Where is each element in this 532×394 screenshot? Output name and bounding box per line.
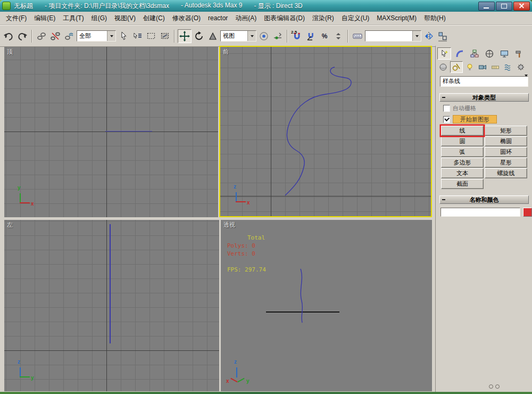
rollout-object-type[interactable]: 对象类型 (439, 93, 529, 102)
viewport-top[interactable]: 顶 y x (4, 47, 218, 217)
menu-group[interactable]: 组(G) (88, 12, 111, 24)
button-helix[interactable]: 螺旋线 (485, 168, 527, 178)
select-by-name-icon[interactable] (131, 30, 144, 43)
button-arc[interactable]: 弧 (441, 147, 484, 157)
button-rectangle[interactable]: 矩形 (485, 126, 527, 136)
select-link-icon[interactable] (35, 30, 48, 43)
menu-create[interactable]: 创建(C) (139, 12, 169, 24)
object-color-swatch[interactable] (523, 208, 532, 217)
button-circle[interactable]: 圆 (441, 136, 484, 146)
menu-animation[interactable]: 动画(A) (231, 12, 260, 24)
title-bar[interactable]: 无标题 - 项目文件夹: D:\用户目录\我的文档\3dsmax - Autod… (0, 0, 532, 12)
angle-snap-icon[interactable] (304, 30, 317, 43)
select-manipulate-icon[interactable] (271, 30, 284, 43)
scale-icon[interactable] (206, 30, 219, 43)
axis-gizmo: z x (229, 185, 250, 206)
menu-reactor[interactable]: reactor (204, 13, 231, 23)
viewport-label-top[interactable]: 顶 (7, 48, 13, 56)
menu-maxscript[interactable]: MAXScript(M) (373, 13, 420, 23)
tab-motion[interactable] (483, 48, 496, 59)
viewport-front-active[interactable]: 前 z x (219, 46, 432, 217)
dropdown-arrow-icon[interactable] (525, 77, 528, 86)
subcat-helpers[interactable] (489, 62, 501, 72)
coord-system-dropdown[interactable]: 视图 (220, 30, 256, 42)
subcat-geometry[interactable] (437, 62, 449, 72)
toolbar-separator (347, 30, 348, 43)
button-text[interactable]: 文本 (441, 168, 484, 178)
app-window: 无标题 - 项目文件夹: D:\用户目录\我的文档\3dsmax - Autod… (0, 0, 532, 392)
subcat-systems[interactable] (515, 62, 527, 72)
unlink-icon[interactable] (49, 30, 62, 43)
collapse-icon (442, 97, 445, 98)
button-line[interactable]: 线 (441, 126, 484, 136)
close-button[interactable] (513, 2, 530, 11)
bind-spacewarp-icon[interactable] (63, 30, 76, 43)
subcat-spacewarps[interactable] (502, 62, 514, 72)
viewport-label-left[interactable]: 左 (7, 221, 13, 229)
selection-filter-value: 全部 (77, 32, 107, 40)
rollout-name-color[interactable]: 名称和颜色 (439, 195, 529, 204)
keyboard-override-icon[interactable] (351, 30, 364, 43)
viewport-label-perspective[interactable]: 透视 (223, 221, 235, 229)
menu-help[interactable]: 帮助(H) (420, 12, 450, 24)
rotate-icon[interactable] (193, 30, 205, 43)
selection-filter-dropdown[interactable]: 全部 (77, 30, 116, 42)
spline-perspective-view[interactable] (221, 220, 432, 391)
object-name-input[interactable] (440, 208, 520, 217)
use-center-icon[interactable] (257, 30, 270, 43)
named-selection-dropdown[interactable] (365, 30, 421, 42)
spinner-snap-icon[interactable] (332, 30, 345, 43)
subcat-cameras[interactable] (477, 62, 488, 72)
button-ngon[interactable]: 多边形 (441, 158, 484, 168)
button-star[interactable]: 星形 (485, 158, 527, 168)
button-ellipse[interactable]: 椭圆 (485, 136, 527, 146)
collapse-icon (442, 199, 445, 200)
dropdown-arrow-icon[interactable] (412, 31, 421, 41)
autogrid-checkbox[interactable] (443, 105, 450, 112)
subcat-shapes[interactable] (450, 61, 463, 73)
menu-graph-editors[interactable]: 图表编辑器(D) (260, 12, 309, 24)
maximize-button[interactable] (496, 2, 512, 11)
menu-customize[interactable]: 自定义(U) (338, 12, 373, 24)
viewport-label-front[interactable]: 前 (223, 48, 229, 56)
percent-snap-icon[interactable]: % (318, 30, 331, 43)
undo-icon[interactable] (2, 30, 15, 43)
tab-modify[interactable] (453, 48, 466, 59)
menu-views[interactable]: 视图(V) (111, 12, 139, 24)
button-donut[interactable]: 圆环 (485, 147, 527, 157)
menu-file[interactable]: 文件(F) (2, 12, 30, 24)
tab-hierarchy[interactable] (468, 48, 481, 59)
desktop-background: { "colors": { "accent-yellow": "#e8dc00"… (0, 0, 532, 394)
menu-bar: 文件(F) 编辑(E) 工具(T) 组(G) 视图(V) 创建(C) 修改器(O… (0, 12, 532, 25)
minimize-button[interactable] (478, 2, 495, 11)
window-crossing-icon[interactable] (159, 30, 171, 43)
snap-toggle-icon[interactable]: 2.5 (290, 30, 303, 43)
redo-icon[interactable] (16, 30, 29, 43)
tab-create[interactable] (437, 47, 451, 60)
spline-left-view[interactable] (110, 224, 111, 343)
tab-utilities[interactable] (513, 48, 526, 59)
tab-display[interactable] (498, 48, 511, 59)
title-project-path: - 项目文件夹: D:\用户目录\我的文档\3dsmax (45, 2, 169, 11)
start-new-shape-label[interactable]: 开始新图形 (453, 115, 497, 124)
align-icon[interactable] (436, 30, 449, 43)
button-section[interactable]: 截面 (441, 179, 484, 189)
dropdown-arrow-icon[interactable] (247, 31, 256, 41)
spline-top-view[interactable] (105, 131, 152, 132)
mirror-icon[interactable] (422, 30, 435, 43)
menu-edit[interactable]: 编辑(E) (30, 12, 59, 24)
dropdown-arrow-icon[interactable] (107, 31, 115, 41)
menu-modifiers[interactable]: 修改器(O) (169, 12, 204, 24)
rect-selection-icon[interactable] (145, 30, 157, 43)
command-panel: 样条线 对象类型 自动栅格 开始新图形 线 矩形 圆 椭圆 弧 圆环 多边形 星… (435, 46, 532, 392)
viewport-perspective[interactable]: Total Polys: 0 Verts: 0 FPS: 297.74 透视 z… (221, 220, 432, 391)
subcat-lights[interactable] (464, 62, 476, 72)
move-icon[interactable] (178, 29, 192, 43)
spline-front-view[interactable] (220, 47, 431, 216)
menu-rendering[interactable]: 渲染(R) (309, 12, 338, 24)
viewport-left[interactable]: 左 z y (4, 220, 219, 391)
select-object-icon[interactable] (117, 30, 130, 43)
shape-category-dropdown[interactable]: 样条线 (440, 76, 528, 87)
menu-tools[interactable]: 工具(T) (59, 12, 87, 24)
start-new-shape-checkbox[interactable] (443, 116, 450, 123)
